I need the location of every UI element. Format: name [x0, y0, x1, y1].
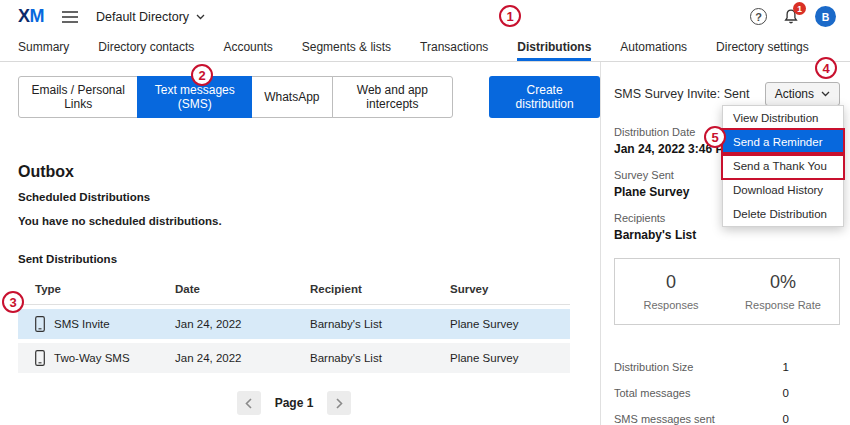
field-value: Barnaby's List: [614, 228, 840, 242]
column-header-recipient: Recipient: [310, 283, 450, 295]
cell-survey: Plane Survey: [450, 352, 570, 364]
directory-selector[interactable]: Default Directory: [96, 10, 205, 24]
next-page-button[interactable]: [327, 391, 351, 415]
help-icon[interactable]: ?: [750, 8, 767, 25]
phone-icon: [35, 350, 45, 366]
cell-recipient: Barnaby's List: [310, 318, 450, 330]
annotation-step-3: 3: [2, 291, 24, 313]
table-row-sms-invite[interactable]: SMS Invite Jan 24, 2022 Barnaby's List P…: [18, 309, 570, 339]
metric-distribution-size: Distribution Size 1: [614, 361, 789, 373]
stat-label: Response Rate: [727, 299, 839, 311]
metric-total-messages: Total messages 0: [614, 387, 789, 399]
actions-button[interactable]: Actions: [765, 82, 840, 106]
cell-date: Jan 24, 2022: [175, 318, 310, 330]
xm-logo: XM: [18, 6, 44, 27]
channel-emails-button[interactable]: Emails / Personal Links: [18, 76, 138, 118]
previous-page-button[interactable]: [237, 391, 261, 415]
menu-item-send-a-reminder[interactable]: Send a Reminder: [723, 130, 843, 154]
tab-segments-lists[interactable]: Segments & lists: [302, 33, 391, 61]
cell-survey: Plane Survey: [450, 318, 570, 330]
outbox-title: Outbox: [18, 163, 600, 181]
tab-directory-contacts[interactable]: Directory contacts: [98, 33, 194, 61]
logo-letter-x: X: [18, 6, 30, 26]
tab-automations[interactable]: Automations: [620, 33, 687, 61]
menu-item-delete-distribution[interactable]: Delete Distribution: [723, 202, 843, 226]
table-header-row: Type Date Recipient Survey: [18, 275, 570, 305]
metric-value: 1: [783, 361, 789, 373]
hamburger-menu-icon[interactable]: [62, 11, 78, 23]
stat-response-rate: 0% Response Rate: [727, 272, 839, 311]
avatar[interactable]: B: [815, 6, 836, 27]
tab-accounts[interactable]: Accounts: [223, 33, 272, 61]
annotation-step-2: 2: [191, 64, 213, 86]
detail-title: SMS Survey Invite: Sent: [614, 87, 749, 101]
metric-sms-messages-sent: SMS messages sent 0: [614, 413, 789, 425]
stat-value: 0: [615, 272, 727, 293]
annotation-step-5: 5: [704, 126, 726, 148]
tab-distributions[interactable]: Distributions: [517, 33, 591, 61]
cell-date: Jan 24, 2022: [175, 352, 310, 364]
stat-value: 0%: [727, 272, 839, 293]
help-glyph: ?: [755, 11, 762, 23]
scheduled-distributions-heading: Scheduled Distributions: [18, 191, 600, 203]
menu-item-view-distribution[interactable]: View Distribution: [723, 106, 843, 130]
distributions-main: Emails / Personal Links Text messages (S…: [0, 62, 600, 425]
menu-item-download-history[interactable]: Download History: [723, 178, 843, 202]
cell-recipient: Barnaby's List: [310, 352, 450, 364]
topbar: XM Default Directory ? 1 B: [0, 0, 850, 33]
pagination: Page 1: [18, 391, 570, 415]
channel-whatsapp-button[interactable]: WhatsApp: [251, 76, 332, 118]
directory-nav-tabs: Summary Directory contacts Accounts Segm…: [0, 33, 850, 62]
menu-item-send-a-thank-you[interactable]: Send a Thank You: [723, 154, 843, 178]
response-stats-box: 0 Responses 0% Response Rate: [614, 258, 840, 325]
chevron-down-icon: [821, 91, 830, 97]
metric-label: Total messages: [614, 387, 690, 399]
chevron-down-icon: [196, 14, 205, 20]
stat-responses: 0 Responses: [615, 272, 727, 311]
tab-summary[interactable]: Summary: [18, 33, 69, 61]
column-header-type: Type: [35, 283, 175, 295]
cell-type: Two-Way SMS: [54, 352, 130, 364]
table-row-two-way-sms[interactable]: Two-Way SMS Jan 24, 2022 Barnaby's List …: [18, 343, 570, 373]
notifications-bell-icon[interactable]: 1: [783, 8, 799, 25]
stat-label: Responses: [615, 299, 727, 311]
metrics-list: Distribution Size 1 Total messages 0 SMS…: [614, 361, 840, 425]
sent-distributions-table: Type Date Recipient Survey SMS Invite Ja…: [18, 275, 570, 373]
tab-directory-settings[interactable]: Directory settings: [716, 33, 809, 61]
distribution-detail-panel: SMS Survey Invite: Sent Actions Distribu…: [600, 62, 850, 425]
create-distribution-button[interactable]: Create distribution: [489, 76, 600, 118]
page-label: Page 1: [275, 396, 314, 410]
metric-label: Distribution Size: [614, 361, 693, 373]
metric-label: SMS messages sent: [614, 413, 715, 425]
logo-letter-m: M: [30, 6, 45, 26]
cell-type: SMS Invite: [54, 318, 110, 330]
column-header-date: Date: [175, 283, 310, 295]
sent-distributions-heading: Sent Distributions: [18, 253, 600, 265]
column-header-survey: Survey: [450, 283, 570, 295]
tab-transactions[interactable]: Transactions: [420, 33, 488, 61]
metric-value: 0: [783, 387, 789, 399]
annotation-step-4: 4: [815, 57, 837, 79]
annotation-step-1: 1: [499, 5, 521, 27]
notification-badge: 1: [793, 2, 806, 15]
channel-web-intercepts-button[interactable]: Web and app intercepts: [332, 76, 454, 118]
avatar-initial: B: [822, 11, 830, 23]
channel-button-group: Emails / Personal Links Text messages (S…: [18, 76, 453, 118]
directory-label: Default Directory: [96, 10, 189, 24]
actions-label: Actions: [775, 87, 814, 101]
phone-icon: [35, 316, 45, 332]
metric-value: 0: [783, 413, 789, 425]
app-window: XM Default Directory ? 1 B Summary Direc…: [0, 0, 850, 425]
actions-dropdown-menu: View Distribution Send a Reminder Send a…: [722, 105, 844, 227]
scheduled-empty-text: You have no scheduled distributions.: [18, 215, 600, 227]
